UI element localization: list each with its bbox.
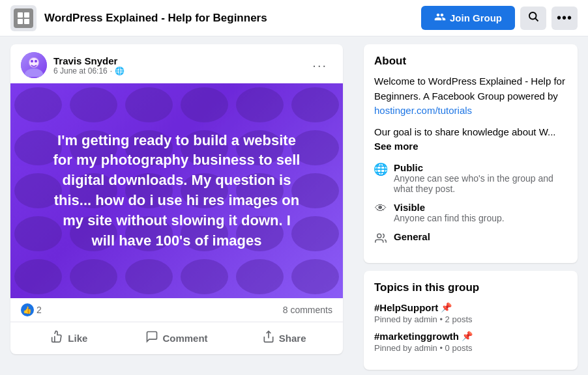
main-layout: Travis Snyder 6 June at 06:16 · 🌐 ··· xyxy=(0,36,588,375)
svg-point-8 xyxy=(29,58,38,67)
comment-button[interactable]: Comment xyxy=(123,325,231,352)
join-group-label: Join Group xyxy=(450,12,502,23)
post-meta: 6 June at 06:16 · 🌐 xyxy=(53,66,301,76)
post-username[interactable]: Travis Snyder xyxy=(53,55,301,66)
general-title: General xyxy=(394,231,567,242)
group-logo-icon xyxy=(14,8,33,28)
reactions-left: 👍 2 xyxy=(21,303,42,316)
feed-area: Travis Snyder 6 June at 06:16 · 🌐 ··· xyxy=(0,36,353,375)
svg-rect-3 xyxy=(24,19,29,24)
topic-meta-helpsupport: Pinned by admin • 2 posts xyxy=(374,314,567,324)
about-public: 🌐 Public Anyone can see who's in the gro… xyxy=(374,162,567,194)
post-user-info: Travis Snyder 6 June at 06:16 · 🌐 xyxy=(53,55,301,76)
share-button[interactable]: Share xyxy=(230,325,338,352)
avatar xyxy=(21,52,47,78)
privacy-icon: 🌐 xyxy=(115,66,125,76)
svg-rect-0 xyxy=(18,12,23,18)
top-header: WordPress Explained - Help for Beginners… xyxy=(0,0,588,36)
about-visible: 👁 Visible Anyone can find this group. xyxy=(374,202,567,223)
topic-item-helpsupport: #HelpSupport 📌 Pinned by admin • 2 posts xyxy=(374,302,567,324)
post-actions: Like Comment Share xyxy=(10,322,343,354)
topic-pin-icon-marketing: 📌 xyxy=(462,331,473,341)
like-button[interactable]: Like xyxy=(16,325,123,352)
visible-icon: 👁 xyxy=(374,202,387,215)
public-title: Public xyxy=(394,162,567,173)
search-button[interactable] xyxy=(520,7,546,30)
search-icon xyxy=(527,10,539,25)
like-icon xyxy=(51,330,64,346)
public-content: Public Anyone can see who's in the group… xyxy=(394,162,567,194)
header-actions: Join Group ••• xyxy=(421,6,578,30)
about-title: About xyxy=(374,55,567,68)
visible-desc: Anyone can find this group. xyxy=(394,213,567,223)
post-reactions-row: 👍 2 8 comments xyxy=(10,298,343,322)
about-goal-text: Our goal is to share knowledge about W..… xyxy=(374,126,556,137)
visible-title: Visible xyxy=(394,202,567,213)
more-options-button[interactable]: ••• xyxy=(551,7,578,30)
like-label: Like xyxy=(68,333,87,344)
topics-card: Topics in this group #HelpSupport 📌 Pinn… xyxy=(364,271,578,370)
topic-tag-helpsupport[interactable]: #HelpSupport 📌 xyxy=(374,302,567,313)
about-general: General xyxy=(374,231,567,245)
comment-icon xyxy=(145,330,158,346)
svg-line-5 xyxy=(535,18,538,21)
post-card: Travis Snyder 6 June at 06:16 · 🌐 ··· xyxy=(10,44,343,354)
join-group-button[interactable]: Join Group xyxy=(421,6,515,30)
svg-point-10 xyxy=(35,60,37,62)
svg-point-9 xyxy=(31,60,33,62)
join-group-icon xyxy=(434,11,446,25)
post-header: Travis Snyder 6 June at 06:16 · 🌐 ··· xyxy=(10,44,343,83)
general-content: General xyxy=(394,231,567,242)
topic-tag-marketing[interactable]: #marketinggrowth 📌 xyxy=(374,331,567,342)
comments-count[interactable]: 8 comments xyxy=(283,305,332,315)
share-icon xyxy=(262,330,275,346)
topic-meta-marketing: Pinned by admin • 0 posts xyxy=(374,343,567,353)
visible-content: Visible Anyone can find this group. xyxy=(394,202,567,223)
svg-point-11 xyxy=(377,234,381,238)
about-goal: Our goal is to share knowledge about W..… xyxy=(374,125,567,154)
comment-label: Comment xyxy=(162,333,207,344)
svg-point-7 xyxy=(25,68,43,77)
topic-tag-label-marketing: #marketinggrowth xyxy=(374,331,459,342)
topic-pin-icon: 📌 xyxy=(441,302,452,312)
topic-tag-label: #HelpSupport xyxy=(374,302,438,313)
topics-title: Topics in this group xyxy=(374,281,567,294)
svg-rect-1 xyxy=(24,12,29,18)
more-icon: ••• xyxy=(557,10,572,25)
about-card: About Welcome to WordPress Explained - H… xyxy=(364,44,578,263)
reactions-count: 2 xyxy=(37,305,42,315)
post-more-button[interactable]: ··· xyxy=(307,55,332,76)
about-intro: Welcome to WordPress Explained - Help fo… xyxy=(374,74,567,118)
group-logo xyxy=(10,5,37,31)
svg-rect-2 xyxy=(18,19,23,24)
post-image: I'm getting ready to build a website for… xyxy=(10,83,343,298)
public-desc: Anyone can see who's in the group and wh… xyxy=(394,173,567,194)
like-reaction-icon: 👍 xyxy=(21,303,34,316)
svg-point-4 xyxy=(529,12,537,20)
page-title: WordPress Explained - Help for Beginners xyxy=(44,12,413,25)
general-icon xyxy=(374,232,387,245)
share-label: Share xyxy=(279,333,306,344)
public-icon: 🌐 xyxy=(374,163,387,176)
privacy-separator: · xyxy=(110,66,112,76)
post-date: 6 June at 06:16 xyxy=(53,66,108,76)
see-more-button[interactable]: See more xyxy=(374,141,419,152)
topic-item-marketing: #marketinggrowth 📌 Pinned by admin • 0 p… xyxy=(374,331,567,353)
right-sidebar: About Welcome to WordPress Explained - H… xyxy=(353,36,588,375)
about-link[interactable]: hostinger.com/tutorials xyxy=(374,105,472,116)
about-intro-text: Welcome to WordPress Explained - Help fo… xyxy=(374,76,565,102)
post-image-text: I'm getting ready to build a website for… xyxy=(27,115,327,267)
